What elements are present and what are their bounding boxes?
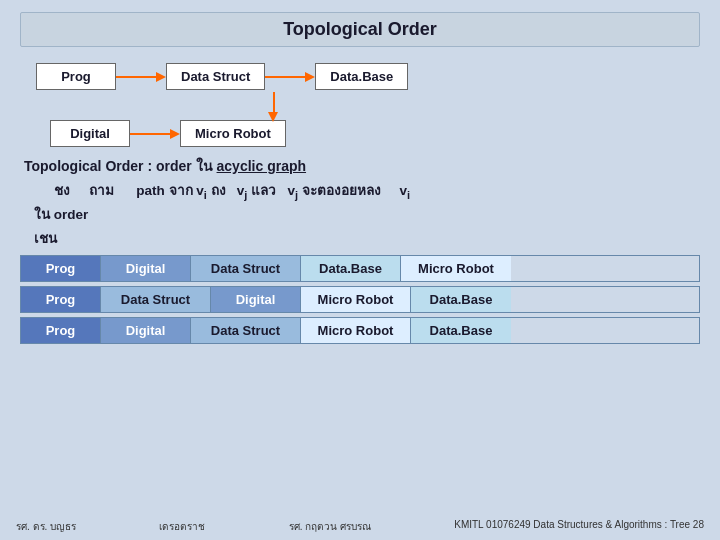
box-prog: Prog — [36, 63, 116, 90]
sub-i2: i — [407, 189, 410, 201]
row2-database: Data.Base — [411, 287, 511, 312]
sub-j1: j — [244, 189, 247, 201]
desc-line3: ใน order — [24, 203, 700, 225]
slide: Topological Order Prog Data Struct Data.… — [0, 0, 720, 540]
desc-acyclic: acyclic graph — [217, 158, 307, 174]
desc-line4: เชน — [24, 227, 700, 249]
row3-prog: Prog — [21, 318, 101, 343]
footer-item1: รศ. ดร. บญธร — [16, 519, 76, 534]
footer: รศ. ดร. บญธร เดรอตราช รศ. กฤตวน ศรบรณ KM… — [0, 519, 720, 534]
row3-datastruct: Data Struct — [191, 318, 301, 343]
row2-microrobot: Micro Robot — [301, 287, 411, 312]
row1-datastruct: Data Struct — [191, 256, 301, 281]
row2-digital: Digital — [211, 287, 301, 312]
row3-microrobot: Micro Robot — [301, 318, 411, 343]
tables: Prog Digital Data Struct Data.Base Micro… — [20, 255, 700, 344]
diagram-area: Prog Data Struct Data.Base Digital Micro… — [20, 63, 700, 147]
desc-line2: ชง ถาม path จาก vi ถง vj แลว vj จะตองอยห… — [24, 179, 700, 201]
sub-j2: j — [295, 189, 298, 201]
box-microrobot: Micro Robot — [180, 120, 286, 147]
footer-item2: เดรอตราช — [159, 519, 205, 534]
arrow-prog-to-datastruct — [116, 69, 166, 85]
desc-order-text: order ใน — [156, 158, 217, 174]
row1-database: Data.Base — [301, 256, 401, 281]
box-digital: Digital — [50, 120, 130, 147]
diagram-row2: Digital Micro Robot — [36, 120, 700, 147]
row1-digital: Digital — [101, 256, 191, 281]
table-row-3: Prog Digital Data Struct Micro Robot Dat… — [20, 317, 700, 344]
title-bar: Topological Order — [20, 12, 700, 47]
arrow-digital-to-microrobot — [130, 126, 180, 142]
box-datastruct: Data Struct — [166, 63, 265, 90]
arrow-datastruct-to-database — [265, 69, 315, 85]
table-row-2: Prog Data Struct Digital Micro Robot Dat… — [20, 286, 700, 313]
footer-item4: KMITL 01076249 Data Structures & Algorit… — [454, 519, 704, 534]
row2-datastruct: Data Struct — [101, 287, 211, 312]
row2-prog: Prog — [21, 287, 101, 312]
desc-topological-prefix: Topological Order : — [24, 158, 156, 174]
table-row-1: Prog Digital Data Struct Data.Base Micro… — [20, 255, 700, 282]
desc-line1: Topological Order : order ใน acyclic gra… — [24, 155, 700, 177]
row1-microrobot: Micro Robot — [401, 256, 511, 281]
slide-title: Topological Order — [283, 19, 437, 39]
box-database: Data.Base — [315, 63, 408, 90]
description-section: Topological Order : order ใน acyclic gra… — [20, 155, 700, 249]
row1-prog: Prog — [21, 256, 101, 281]
row3-database: Data.Base — [411, 318, 511, 343]
sub-i1: i — [204, 189, 207, 201]
footer-item3: รศ. กฤตวน ศรบรณ — [289, 519, 371, 534]
row3-digital: Digital — [101, 318, 191, 343]
arrow-down-datastruct — [266, 92, 282, 122]
diagram-row1: Prog Data Struct Data.Base — [36, 63, 700, 90]
